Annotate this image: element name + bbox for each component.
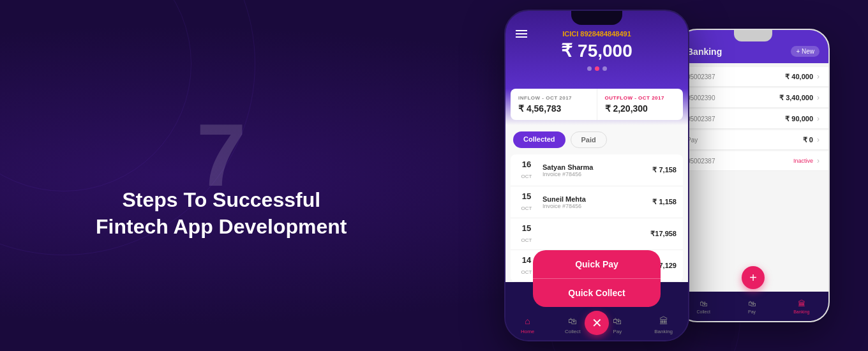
phone2-title: Banking (687, 47, 722, 57)
phone2-new-btn[interactable]: + New (791, 46, 819, 57)
phone2-nav-banking[interactable]: 🏛 Banking (793, 299, 809, 314)
nav-home[interactable]: ⌂ Home (521, 315, 534, 334)
carousel-dots (516, 66, 678, 71)
banking-icon: 🏛 (657, 315, 670, 327)
inflow-label: INFLOW - OCT 2017 (518, 95, 589, 101)
phone2-content: 05002387 ₹ 40,000 › 05002390 ₹ 3,40,000 … (678, 63, 828, 176)
transaction-amount: ₹ 7,158 (652, 166, 677, 174)
chevron-right-icon: › (817, 93, 819, 102)
left-section: 7 Steps To Successful Fintech App Develo… (96, 110, 347, 240)
dot-2 (595, 66, 599, 71)
tab-collected[interactable]: Collected (513, 131, 565, 148)
phone-second: Banking + New 05002387 ₹ 40,000 › 050023… (677, 29, 830, 322)
quick-pay-button[interactable]: Quick Pay (533, 250, 661, 279)
table-row: 16 OCT Satyan Sharma Invoice #78456 ₹ 7,… (511, 154, 683, 186)
phones-container: ICICI 8928484848491 ₹ 75,000 INFLOW - OC… (504, 0, 830, 351)
table-row: 15 OCT ₹17,958 (511, 218, 683, 250)
phone-main: ICICI 8928484848491 ₹ 75,000 INFLOW - OC… (504, 10, 689, 341)
nav-pay-label: Pay (613, 329, 622, 334)
nav-banking[interactable]: 🏛 Banking (654, 315, 673, 334)
dot-1 (587, 66, 592, 71)
nav-collect[interactable]: 🛍 Collect (565, 315, 580, 334)
transaction-date: 15 OCT (517, 191, 536, 213)
collect-icon: 🛍 (700, 299, 707, 308)
chevron-right-icon: › (817, 114, 819, 123)
phone2-bottom-nav: 🛍 Collect 🛍 Pay 🏛 Banking (678, 292, 828, 321)
inflow-section: INFLOW - OCT 2017 ₹ 4,56,783 (511, 89, 597, 120)
nav-home-label: Home (521, 329, 534, 334)
transaction-amount: ₹ 1,158 (652, 198, 677, 206)
chevron-right-icon: › (817, 156, 819, 165)
plus-button[interactable]: + (742, 266, 765, 289)
pay-icon: 🛍 (611, 315, 624, 327)
transaction-info: Suneil Mehta Invoice #78456 (542, 195, 652, 209)
quick-collect-button[interactable]: Quick Collect (533, 279, 661, 307)
outflow-label: OUTFLOW - OCT 2017 (605, 95, 676, 101)
list-item: 05002390 ₹ 3,40,000 › (678, 88, 828, 108)
outflow-section: OUTFLOW - OCT 2017 ₹ 2,20,300 (597, 89, 684, 120)
nav-pay[interactable]: 🛍 Pay (611, 315, 624, 334)
list-item: 05002387 ₹ 40,000 › (678, 67, 828, 87)
steps-text: Steps To Successful Fintech App Developm… (96, 187, 347, 240)
list-item: Pay ₹ 0 › (678, 130, 828, 150)
chevron-right-icon: › (817, 135, 819, 144)
big-number: 7 (96, 110, 347, 200)
transaction-date: 15 OCT (517, 223, 536, 244)
phone2-nav-collect[interactable]: 🛍 Collect (697, 299, 710, 314)
close-button[interactable]: ✕ (585, 311, 609, 335)
flow-section: INFLOW - OCT 2017 ₹ 4,56,783 OUTFLOW - O… (511, 89, 683, 120)
home-icon: ⌂ (521, 315, 534, 327)
nav-collect-label: Collect (565, 329, 580, 334)
balance-amount: ₹ 75,000 (516, 40, 678, 61)
chevron-right-icon: › (817, 72, 819, 81)
phone2-header: Banking + New (678, 30, 828, 63)
dot-3 (602, 66, 607, 71)
pay-icon: 🛍 (748, 299, 756, 308)
outflow-amount: ₹ 2,20,300 (605, 103, 676, 114)
list-item: 05002387 Inactive › (678, 151, 828, 171)
banking-icon: 🏛 (798, 299, 805, 308)
inflow-amount: ₹ 4,56,783 (518, 103, 589, 114)
phone2-nav-pay[interactable]: 🛍 Pay (748, 299, 756, 314)
transaction-amount: ₹17,958 (650, 230, 677, 238)
bank-name: ICICI 8928484848491 (516, 30, 678, 38)
hamburger-menu[interactable] (516, 30, 527, 38)
tabs-container: Collected Paid (511, 131, 683, 148)
tab-paid[interactable]: Paid (571, 131, 607, 148)
quick-actions-popup[interactable]: Quick Pay Quick Collect (533, 250, 661, 307)
transaction-info: Satyan Sharma Invoice #78456 (542, 163, 652, 177)
transaction-date: 16 OCT (517, 160, 536, 181)
phone-top-bar: ICICI 8928484848491 ₹ 75,000 (505, 11, 688, 89)
collect-icon: 🛍 (566, 315, 579, 327)
list-item: 05002387 ₹ 90,000 › (678, 109, 828, 129)
table-row: 15 OCT Suneil Mehta Invoice #78456 ₹ 1,1… (511, 186, 683, 218)
nav-banking-label: Banking (654, 329, 673, 334)
